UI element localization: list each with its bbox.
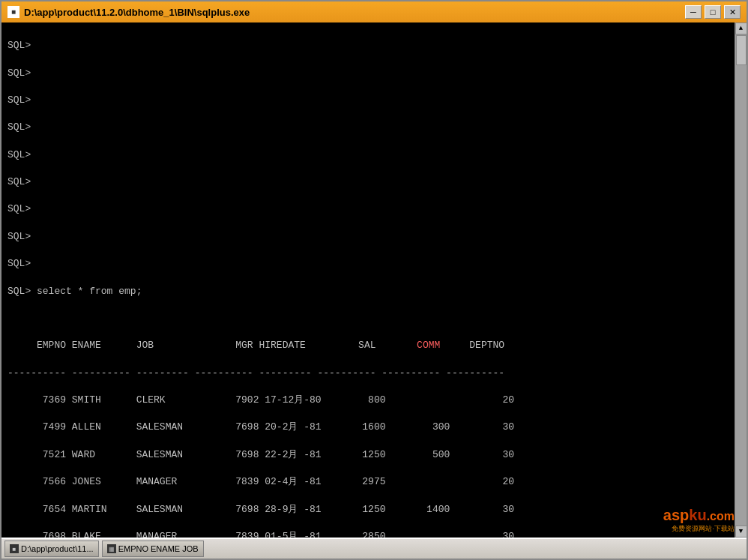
terminal-line: SQL> [7,175,729,189]
table-row: 7369 SMITH CLERK 7902 17-12月-80 800 20 [7,394,729,407]
terminal-line: SQL> [7,230,729,244]
table-row: 7654 MARTIN SALESMAN 7698 28-9月 -81 1250… [7,503,729,517]
table-row: 7499 ALLEN SALESMAN 7698 20-2月 -81 1600 … [7,421,729,434]
titlebar-buttons: ─ □ ✕ [685,5,741,19]
minimize-button[interactable]: ─ [685,5,702,19]
close-button[interactable]: ✕ [724,5,741,19]
window-title: D:\app\product\11.2.0\dbhome_1\BIN\sqlpl… [24,7,250,18]
table-icon: ▦ [107,544,116,553]
terminal-line: SQL> [7,202,729,216]
aspku-logo: aspku.com [663,507,735,524]
taskbar-item-1-label: D:\app\product\11... [21,544,94,553]
aspku-subtitle: 免费资源网站·下载站 [672,524,735,534]
terminal-line-select: SQL> select * from emp; [7,285,729,298]
titlebar-left: ■ D:\app\product\11.2.0\dbhome_1\BIN\sql… [7,6,250,18]
terminal-line: SQL> [7,67,729,80]
taskbar-item-1[interactable]: ■ D:\app\product\11... [4,541,99,557]
titlebar: ■ D:\app\product\11.2.0\dbhome_1\BIN\sql… [1,1,747,22]
terminal-line: SQL> [7,257,729,271]
terminal-line: SQL> [7,121,729,134]
scrollbar[interactable]: ▲ ▼ [735,22,747,538]
scroll-up-button[interactable]: ▲ [735,22,747,34]
terminal-line: SQL> [7,39,729,52]
table-row: 7698 BLAKE MANAGER 7839 01-5月 -81 2850 3… [7,530,729,538]
main-window: ■ D:\app\product\11.2.0\dbhome_1\BIN\sql… [0,0,748,560]
table-separator: ---------- ---------- --------- --------… [7,367,729,380]
table-row: 7566 JONES MANAGER 7839 02-4月 -81 2975 2… [7,475,729,489]
cmd-icon: ■ [10,544,19,553]
terminal-line: SQL> [7,148,729,162]
window-icon: ■ [7,6,19,18]
scrollbar-track[interactable] [735,34,747,526]
content-area: SQL> SQL> SQL> SQL> SQL> SQL> SQL> SQL> … [1,22,747,538]
maximize-button[interactable]: □ [705,5,721,19]
watermark: aspku.com 免费资源网站·下载站 [663,507,735,534]
taskbar-item-2[interactable]: ▦ EMPNO ENAME JOB [102,541,204,557]
terminal-line: SQL> [7,94,729,107]
terminal[interactable]: SQL> SQL> SQL> SQL> SQL> SQL> SQL> SQL> … [1,22,735,538]
bottom-taskbar: ■ D:\app\product\11... ▦ EMPNO ENAME JOB [1,538,747,559]
terminal-line [7,312,729,325]
scrollbar-thumb[interactable] [736,35,747,65]
taskbar-item-2-label: EMPNO ENAME JOB [118,544,199,553]
table-row: 7521 WARD SALESMAN 7698 22-2月 -81 1250 5… [7,448,729,462]
table-header: EMPNO ENAME JOB MGR HIREDATE SAL COMM DE… [7,339,729,352]
scroll-down-button[interactable]: ▼ [735,526,747,538]
